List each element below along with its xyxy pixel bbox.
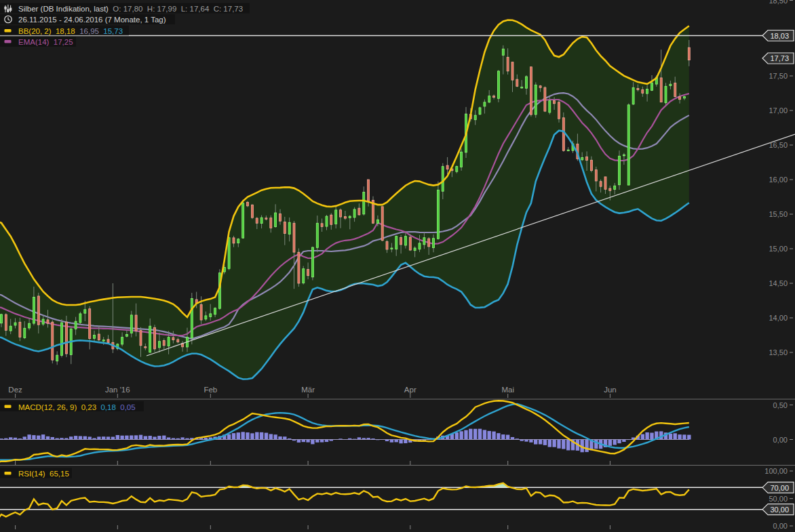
svg-text:EMA(14) 17,25: EMA(14) 17,25 bbox=[18, 38, 73, 46]
svg-text:0,50: 0,50 bbox=[773, 401, 788, 409]
svg-text:14,00: 14,00 bbox=[769, 314, 788, 322]
svg-text:Jun: Jun bbox=[604, 386, 617, 394]
svg-text:15,00: 15,00 bbox=[769, 245, 788, 253]
svg-text:Feb: Feb bbox=[203, 386, 217, 394]
svg-text:BB(20, 2) 18,18 16,95 15,73: BB(20, 2) 18,18 16,95 15,73 bbox=[18, 27, 123, 35]
svg-text:16,50: 16,50 bbox=[769, 141, 788, 149]
svg-text:Dez: Dez bbox=[8, 386, 22, 394]
svg-text:Mai: Mai bbox=[501, 386, 514, 394]
svg-text:26.11.2015 - 24.06.2016 (7 Mon: 26.11.2015 - 24.06.2016 (7 Monate, 1 Tag… bbox=[18, 16, 166, 24]
svg-text:15,50: 15,50 bbox=[769, 210, 788, 218]
svg-text:17,73: 17,73 bbox=[770, 54, 789, 62]
svg-text:Apr: Apr bbox=[404, 386, 416, 394]
svg-text:17,50: 17,50 bbox=[769, 72, 788, 80]
svg-text:17,00: 17,00 bbox=[769, 106, 788, 115]
svg-text:18,50: 18,50 bbox=[769, 0, 788, 5]
svg-text:13,50: 13,50 bbox=[769, 348, 788, 356]
svg-text:0,00: 0,00 bbox=[773, 522, 788, 530]
svg-text:Silber (DB Indikation, last): Silber (DB Indikation, last) O: 17,80 H:… bbox=[18, 5, 243, 13]
svg-text:30,00: 30,00 bbox=[770, 506, 789, 514]
svg-text:16,00: 16,00 bbox=[769, 176, 788, 184]
svg-text:Mär: Mär bbox=[301, 386, 315, 394]
svg-text:Jan '16: Jan '16 bbox=[105, 386, 130, 394]
svg-text:14,50: 14,50 bbox=[769, 279, 788, 287]
svg-text:18,03: 18,03 bbox=[770, 32, 789, 40]
svg-text:100,00: 100,00 bbox=[764, 467, 788, 475]
svg-text:MACD(12, 26, 9) 0,23 0,18 0: MACD(12, 26, 9) 0,23 0,18 0,05 bbox=[18, 403, 136, 411]
svg-text:0,00: 0,00 bbox=[773, 436, 788, 444]
svg-text:70,00: 70,00 bbox=[770, 484, 789, 492]
svg-text:50,00: 50,00 bbox=[769, 495, 788, 503]
svg-text:RSI(14) 65,15: RSI(14) 65,15 bbox=[18, 470, 69, 478]
